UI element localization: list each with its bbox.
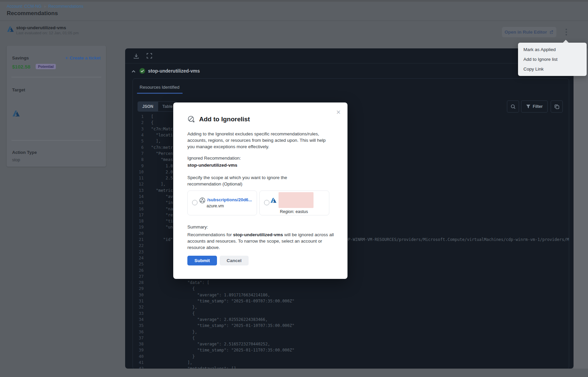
line-number: 26	[134, 268, 144, 273]
recommendations-page: Account: CCM-NG › Recommendations Recomm…	[0, 0, 588, 377]
redacted-region-box	[279, 192, 314, 208]
code-line: 42 "metadatavalues": []	[134, 366, 569, 369]
subscription-icon	[199, 197, 206, 204]
subscription-resource-name: azure.vm	[207, 204, 224, 208]
summary-label: Summary:	[187, 224, 333, 229]
line-number: 42	[134, 366, 144, 369]
code-line: 38 "average": 2.5165723270440252,	[134, 341, 569, 347]
line-number: 1	[134, 114, 144, 119]
line-number: 31	[134, 299, 144, 303]
line-number: 15	[134, 200, 144, 205]
menu-item[interactable]: Add to Ignore list	[518, 54, 587, 64]
line-number: 39	[134, 348, 144, 352]
close-icon[interactable]: ✕	[335, 109, 341, 115]
code-line: 31 "time_stamp": "2025-01-09T07:35:00.00…	[134, 298, 569, 304]
ignore-icon	[187, 115, 195, 123]
rule-name: stop-underutilized-vms	[16, 25, 66, 30]
region-radio[interactable]	[264, 200, 269, 205]
line-number: 12	[134, 182, 144, 186]
modal-description: Adding to the Ignorelist excludes specif…	[187, 131, 334, 150]
submit-button[interactable]: Submit	[187, 256, 217, 265]
copy-icon	[554, 104, 559, 109]
summary-rule-name: stop-underutilized-vms	[233, 232, 283, 237]
azure-logo-icon	[270, 198, 277, 203]
subscription-radio[interactable]	[192, 200, 197, 205]
code-line: 40 }	[134, 353, 569, 360]
line-number: 2	[134, 120, 144, 125]
line-number: 10	[134, 170, 144, 174]
savings-potential-badge: Potential	[36, 64, 56, 69]
top-strip	[0, 0, 588, 2]
code-line: 35 "time_stamp": "2025-01-10T07:35:00.00…	[134, 323, 569, 329]
line-number: 41	[134, 360, 144, 365]
line-number: 38	[134, 342, 144, 346]
line-number: 25	[134, 262, 144, 266]
target-label: Target	[12, 87, 25, 92]
success-check-icon	[139, 68, 145, 74]
sidebar-divider	[11, 140, 101, 140]
savings-label: Savings	[12, 55, 29, 60]
copy-button[interactable]	[551, 100, 563, 113]
target-azure-icon	[12, 110, 20, 118]
menu-item[interactable]: Copy Link	[518, 64, 587, 74]
ignored-recommendation-label: Ignored Recommendation:	[187, 156, 333, 161]
code-line: 37 {	[134, 335, 569, 341]
line-number: 29	[134, 286, 144, 291]
panel-toolbar-divider	[125, 63, 574, 64]
line-number: 35	[134, 323, 144, 328]
line-number: 8	[134, 157, 144, 162]
filter-icon	[526, 104, 530, 109]
line-number: 9	[134, 164, 144, 168]
breadcrumb: Account: CCM-NG › Recommendations	[7, 4, 83, 9]
kebab-icon	[565, 29, 567, 36]
region-label: Region: eastus	[280, 209, 308, 214]
view-toggle: JSON Table	[138, 101, 177, 112]
ignored-recommendation-value: stop-underutilized-vms	[187, 163, 333, 168]
download-icon[interactable]	[133, 53, 140, 60]
line-number: 13	[134, 188, 144, 193]
subscription-link[interactable]: /subscriptions/20d6...	[207, 197, 252, 202]
scope-prompt: Specify the scope at which you want to i…	[187, 174, 313, 187]
line-number: 23	[134, 250, 144, 254]
code-line: 41 ],	[134, 360, 569, 366]
line-number: 19	[134, 225, 144, 229]
cancel-button[interactable]: Cancel	[220, 256, 249, 265]
filter-button[interactable]: Filter	[521, 100, 548, 113]
line-number: 30	[134, 293, 144, 297]
line-number: 37	[134, 336, 144, 340]
external-link-icon	[549, 30, 554, 34]
line-number: 18	[134, 219, 144, 223]
scope-option-subscription[interactable]: /subscriptions/20d6... azure.vm	[187, 191, 257, 215]
line-number: 17	[134, 213, 144, 217]
line-number: 33	[134, 311, 144, 316]
line-number: 40	[134, 354, 144, 359]
line-number: 28	[134, 280, 144, 285]
code-line: 30 "average": 1.8917176634214186,	[134, 292, 569, 298]
breadcrumb-account-link[interactable]: Account: CCM-NG	[7, 4, 42, 9]
line-number: 20	[134, 231, 144, 236]
context-menu: Mark as AppliedAdd to Ignore listCopy Li…	[518, 43, 587, 76]
code-line: 39 "time_stamp": "2025-01-11T07:35:00.00…	[134, 347, 569, 353]
scope-option-region[interactable]: Region: eastus	[259, 191, 329, 215]
line-number: 34	[134, 317, 144, 322]
collapse-chevron-icon[interactable]	[131, 69, 136, 74]
tab-resources-identified[interactable]: Resources Identified	[140, 85, 180, 90]
kebab-menu-button[interactable]	[562, 27, 571, 37]
right-scroll-strip[interactable]	[574, 48, 588, 369]
rule-last-evaluated: Last evaluated on: 12 Jan, 01:05 pm	[16, 31, 79, 35]
create-ticket-button[interactable]: + Create a ticket	[65, 55, 101, 60]
search-button[interactable]	[507, 100, 519, 113]
code-line: 29 {	[134, 286, 569, 292]
code-line: 32 },	[134, 304, 569, 310]
fullscreen-icon[interactable]	[146, 53, 154, 60]
plus-icon: +	[65, 55, 68, 60]
line-number: 22	[134, 243, 144, 248]
open-in-rule-editor-button[interactable]: Open in Rule Editor	[502, 27, 556, 37]
sidebar-divider	[11, 77, 101, 77]
breadcrumb-recommendations-link[interactable]: Recommendations	[48, 4, 83, 9]
page-title: Recommendations	[7, 10, 58, 17]
menu-item[interactable]: Mark as Applied	[518, 45, 587, 54]
toggle-json[interactable]: JSON	[138, 102, 158, 111]
line-number: 21	[134, 237, 144, 242]
add-to-ignorelist-modal: ✕ Add to Ignorelist Adding to the Ignore…	[173, 102, 347, 279]
